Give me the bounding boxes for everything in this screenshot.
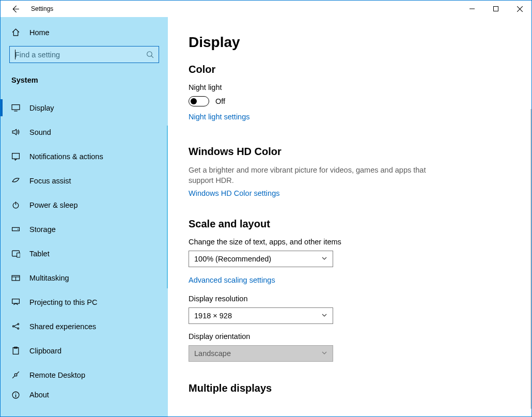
scale-value: 100% (Recommended) [194, 255, 271, 263]
sidebar-item-clipboard[interactable]: Clipboard [1, 338, 168, 363]
hd-settings-link[interactable]: Windows HD Color settings [189, 189, 279, 197]
scale-select[interactable]: 100% (Recommended) [189, 251, 333, 267]
resolution-select[interactable]: 1918 × 928 [189, 307, 333, 324]
svg-point-19 [12, 326, 14, 327]
section-multiple-displays: Multiple displays [189, 382, 511, 394]
sidebar-item-shared[interactable]: Shared experiences [1, 314, 168, 338]
remote-icon [11, 370, 20, 379]
sidebar-item-label: Clipboard [29, 347, 61, 355]
sidebar: Home System Display Sound [1, 17, 168, 416]
notifications-icon [11, 152, 20, 161]
svg-rect-14 [17, 253, 20, 257]
chevron-down-icon [321, 255, 327, 263]
home-label: Home [29, 28, 50, 37]
sound-icon [11, 128, 20, 136]
sidebar-item-label: Sound [29, 128, 51, 136]
about-icon [11, 391, 20, 399]
svg-rect-1 [494, 7, 498, 11]
display-icon [11, 103, 20, 112]
home-button[interactable]: Home [1, 23, 168, 42]
sidebar-item-label: Storage [29, 225, 56, 234]
svg-line-23 [14, 327, 18, 328]
svg-point-21 [18, 328, 19, 329]
search-field[interactable] [15, 51, 146, 59]
sidebar-item-storage[interactable]: Storage [1, 217, 168, 241]
content-pane: Display Color Night light Off Night ligh… [168, 17, 531, 416]
orientation-select: Landscape [189, 345, 333, 362]
sidebar-item-projecting[interactable]: Projecting to this PC [1, 290, 168, 314]
night-light-settings-link[interactable]: Night light settings [189, 113, 249, 121]
focus-icon [11, 176, 20, 185]
home-icon [11, 28, 20, 37]
sidebar-item-label: Tablet [29, 250, 50, 258]
svg-line-26 [12, 376, 14, 378]
settings-window: Settings Home [0, 0, 532, 417]
search-icon [146, 50, 154, 59]
orientation-label: Display orientation [189, 332, 511, 341]
window-title: Settings [31, 5, 53, 12]
content-scrollbar[interactable] [530, 109, 531, 409]
storage-icon [11, 225, 20, 234]
minimize-button[interactable] [460, 1, 484, 17]
sidebar-item-remote[interactable]: Remote Desktop [1, 363, 168, 387]
svg-point-12 [18, 229, 19, 230]
power-icon [11, 200, 20, 209]
multitasking-icon [11, 273, 20, 282]
resolution-value: 1918 × 928 [194, 312, 232, 320]
section-hd-color: Windows HD Color [189, 146, 511, 158]
svg-point-20 [18, 323, 19, 325]
sidebar-item-sound[interactable]: Sound [1, 120, 168, 144]
search-input[interactable] [9, 46, 159, 63]
maximize-button[interactable] [484, 1, 508, 17]
sidebar-item-power[interactable]: Power & sleep [1, 193, 168, 217]
sidebar-item-label: Remote Desktop [29, 371, 85, 379]
sidebar-item-notifications[interactable]: Notifications & actions [1, 144, 168, 168]
resolution-label: Display resolution [189, 295, 511, 303]
sidebar-item-label: Multitasking [29, 274, 69, 282]
sidebar-item-multitasking[interactable]: Multitasking [1, 266, 168, 290]
sidebar-item-label: Projecting to this PC [29, 298, 97, 306]
sidebar-item-display[interactable]: Display [1, 96, 168, 120]
section-color: Color [189, 64, 511, 75]
orientation-value: Landscape [194, 349, 231, 358]
svg-rect-6 [12, 105, 20, 110]
sidebar-item-label: Notifications & actions [29, 152, 103, 161]
chevron-down-icon [321, 349, 327, 358]
sidebar-item-label: Focus assist [29, 177, 71, 185]
svg-rect-8 [12, 153, 20, 159]
sidebar-item-label: Shared experiences [29, 322, 96, 331]
scale-label: Change the size of text, apps, and other… [189, 238, 511, 246]
clipboard-icon [11, 346, 20, 355]
shared-icon [11, 322, 20, 331]
category-title: System [1, 72, 168, 86]
advanced-scaling-link[interactable]: Advanced scaling settings [189, 276, 275, 284]
tablet-icon [11, 249, 20, 258]
projecting-icon [11, 298, 20, 306]
svg-line-22 [14, 325, 18, 326]
page-title: Display [189, 34, 511, 51]
sidebar-item-label: About [29, 391, 49, 399]
svg-line-27 [17, 372, 19, 374]
sidebar-item-tablet[interactable]: Tablet [1, 241, 168, 266]
sidebar-item-focus-assist[interactable]: Focus assist [1, 168, 168, 193]
hd-desc: Get a brighter and more vibrant picture … [189, 165, 426, 186]
titlebar: Settings [1, 1, 531, 17]
section-scale: Scale and layout [189, 218, 511, 230]
night-light-label: Night light [189, 83, 511, 91]
sidebar-item-label: Power & sleep [29, 201, 78, 209]
night-light-state: Off [215, 97, 225, 105]
sidebar-item-label: Display [29, 104, 54, 112]
sidebar-item-about[interactable]: About [1, 387, 168, 403]
close-button[interactable] [508, 1, 531, 17]
svg-point-30 [15, 393, 16, 393]
nav-list: Display Sound Notifications & actions Fo… [1, 96, 168, 403]
back-icon[interactable] [11, 5, 20, 13]
svg-point-4 [147, 52, 152, 57]
svg-rect-18 [12, 299, 20, 304]
svg-line-5 [151, 56, 153, 58]
chevron-down-icon [321, 312, 327, 320]
night-light-toggle[interactable] [189, 96, 209, 106]
